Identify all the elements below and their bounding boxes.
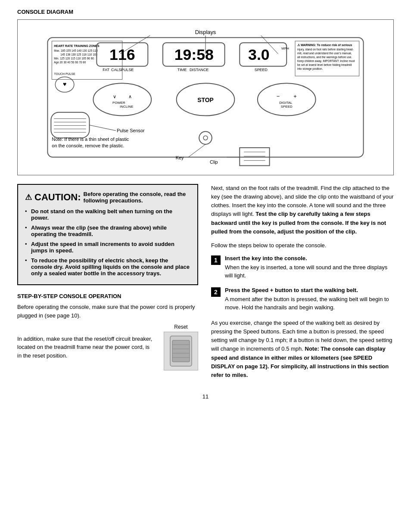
caution-bullet-4: To reduce the possibility of electric sh…	[25, 255, 190, 278]
svg-text:all instructions, and the warn: all instructions, and the warnings befor…	[297, 56, 352, 59]
svg-text:♥: ♥	[63, 81, 66, 87]
step-2-number: 2	[211, 287, 221, 297]
caution-word: CAUTION:	[34, 192, 81, 203]
svg-line-57	[188, 144, 206, 157]
svg-text:145 138 130 125 118 110 103: 145 138 130 125 118 110 103	[60, 53, 97, 56]
step-2-item: 2 Press the Speed + button to start the …	[211, 287, 394, 312]
svg-text:mill, read and understand the : mill, read and understand the user's man…	[297, 52, 352, 55]
svg-text:FAT: FAT	[103, 68, 109, 72]
right-column: Next, stand on the foot rails of the tre…	[211, 184, 394, 385]
svg-text:19:58: 19:58	[174, 46, 214, 63]
svg-text:∧: ∧	[128, 94, 132, 99]
svg-text:TIME: TIME	[177, 68, 187, 72]
right-follow-para: Follow the steps below to operate the co…	[211, 241, 394, 250]
step-2-title: Press the Speed + button to start the wa…	[225, 287, 394, 293]
svg-text:Displays: Displays	[195, 29, 216, 35]
page-number: 11	[17, 393, 394, 400]
svg-text:into storage position.: into storage position.	[297, 67, 323, 71]
svg-text:MPH: MPH	[281, 47, 289, 50]
svg-line-53	[90, 125, 116, 131]
console-diagram-svg: Displays HEART RATE TRAINING ZONES Max. …	[22, 24, 389, 171]
svg-text:Keep children away. IMPORTANT:: Keep children away. IMPORTANT: Incline m…	[297, 59, 355, 63]
svg-text:injury, stand on foot rails be: injury, stand on foot rails before start…	[297, 48, 354, 51]
svg-text:Clip: Clip	[210, 159, 218, 165]
svg-text:Key: Key	[176, 155, 184, 160]
caution-bullets-list: Do not stand on the walking belt when tu…	[25, 206, 190, 278]
step-by-step-heading: STEP-BY-STEP CONSOLE OPERATION	[17, 293, 198, 299]
svg-text:POWER: POWER	[112, 101, 125, 105]
svg-text:⚠ WARNING: To reduce risk of s: ⚠ WARNING: To reduce risk of serious	[297, 44, 352, 47]
step-2-content: Press the Speed + button to start the wa…	[225, 287, 394, 312]
svg-point-42	[258, 83, 316, 115]
right-intro-para: Next, stand on the foot rails of the tre…	[211, 184, 394, 236]
svg-text:Note: If there is a thin sheet: Note: If there is a thin sheet of plasti…	[52, 137, 129, 142]
left-column: ⚠ CAUTION: Before operating the console,…	[17, 184, 198, 385]
svg-text:DISTANCE: DISTANCE	[190, 68, 209, 72]
caution-bullet-1: Do not stand on the walking belt when tu…	[25, 206, 190, 223]
svg-text:116: 116	[109, 46, 135, 63]
step-2-desc: A moment after the button is pressed, th…	[225, 295, 394, 312]
reset-label: Reset	[174, 324, 187, 330]
step-1-title: Insert the key into the console.	[225, 255, 394, 261]
svg-text:−: −	[277, 93, 280, 100]
svg-text:Pulse Sensor: Pulse Sensor	[117, 128, 145, 133]
svg-text:SPEED: SPEED	[281, 105, 293, 109]
svg-text:SPEED: SPEED	[255, 68, 268, 72]
svg-rect-68	[172, 340, 190, 362]
right-final-para: As you exercise, change the speed of the…	[211, 319, 394, 380]
svg-text:Max. 185 155 145 140 130 125 1: Max. 185 155 145 140 130 125 115	[54, 49, 98, 52]
svg-text:CALS.: CALS.	[111, 68, 122, 72]
svg-text:STOP: STOP	[197, 96, 213, 103]
svg-rect-47	[51, 112, 89, 138]
caution-subtitle: Before operating the console, read the f…	[84, 191, 190, 204]
caution-box: ⚠ CAUTION: Before operating the console,…	[17, 184, 198, 285]
step-1-content: Insert the key into the console. When th…	[225, 255, 394, 280]
svg-point-55	[199, 131, 212, 144]
caution-bullet-3: Adjust the speed in small increments to …	[25, 239, 190, 255]
diagram-svg: Displays HEART RATE TRAINING ZONES Max. …	[22, 24, 389, 171]
reset-area: In addition, make sure that the reset/of…	[17, 324, 198, 370]
svg-point-56	[203, 136, 208, 140]
svg-text:HEART RATE TRAINING ZONES: HEART RATE TRAINING ZONES	[54, 44, 100, 47]
svg-text:∨: ∨	[113, 94, 116, 99]
step-1-desc: When the key is inserted, a tone will so…	[225, 263, 394, 280]
svg-text:TOUCH PULSE: TOUCH PULSE	[54, 72, 75, 75]
svg-text:be set at lowest level before : be set at lowest level before folding tr…	[297, 63, 352, 67]
warning-triangle-icon: ⚠	[25, 193, 32, 202]
svg-text:on the console, remove the pla: on the console, remove the plastic.	[52, 143, 124, 148]
step-para-1: Before operating the console, make sure …	[17, 303, 198, 320]
svg-point-35	[93, 83, 151, 115]
diagram-box: Displays HEART RATE TRAINING ZONES Max. …	[17, 19, 394, 175]
svg-text:PULSE: PULSE	[121, 68, 134, 72]
svg-text:Age  20  30  40  50  60  70  8: Age 20 30 40 50 60 70 80	[54, 61, 86, 64]
step-1-item: 1 Insert the key into the console. When …	[211, 255, 394, 280]
caution-bullet-2: Always wear the clip (see the drawing ab…	[25, 223, 190, 239]
page-title: CONSOLE DIAGRAM	[17, 9, 394, 15]
svg-text:Min. 125 120 115 110 105  96  : Min. 125 120 115 110 105 96 90	[54, 57, 94, 60]
reset-image	[164, 332, 198, 370]
step-para-2: In addition, make sure that the reset/of…	[17, 335, 155, 360]
svg-text:3.0: 3.0	[248, 46, 270, 63]
svg-text:+: +	[293, 93, 297, 100]
svg-text:INCLINE: INCLINE	[120, 105, 133, 109]
caution-title: ⚠ CAUTION: Before operating the console,…	[25, 191, 190, 204]
two-column-layout: ⚠ CAUTION: Before operating the console,…	[17, 184, 394, 385]
svg-text:DIGITAL: DIGITAL	[279, 101, 293, 105]
step-1-number: 1	[211, 255, 221, 265]
